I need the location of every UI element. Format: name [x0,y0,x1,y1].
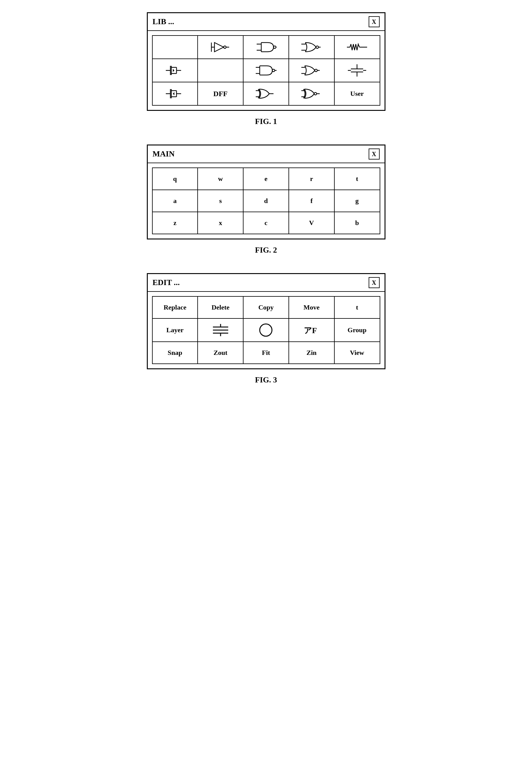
figure-2-section: MAIN X q w e r t a s d f g [6,144,526,255]
lib-cell-nand2[interactable] [243,59,289,82]
lib-panel-title: LIB ... [153,17,174,26]
edit-cell-view[interactable]: View [334,342,380,364]
lib-row-3: DFF [152,82,380,105]
edit-cell-zout[interactable]: Zout [198,342,243,364]
main-panel: MAIN X q w e r t a s d f g [147,144,385,240]
lib-cell-pmos[interactable] [152,82,198,105]
edit-grid: Replace Delete Copy Move t Layer [152,296,380,364]
edit-panel-content: Replace Delete Copy Move t Layer [148,292,385,368]
main-cell-w[interactable]: w [198,168,243,190]
edit-panel-title-row: EDIT ... X [148,274,385,292]
edit-cell-replace[interactable]: Replace [152,296,198,319]
edit-panel: EDIT ... X Replace Delete Copy Move t La… [147,273,385,369]
figure-1-section: LIB ... X [6,12,526,126]
edit-cell-layer-sym[interactable] [198,319,243,342]
fig2-caption: FIG. 2 [255,246,277,255]
main-row-2: a s d f g [152,190,380,212]
lib-panel: LIB ... X [147,12,385,111]
edit-cell-delete[interactable]: Delete [198,296,243,319]
lib-cell-user[interactable]: User [334,82,380,105]
lib-cell-xnor[interactable] [289,82,334,105]
edit-cell-group[interactable]: Group [334,319,380,342]
lib-cell-buffer[interactable] [198,35,243,59]
main-cell-r[interactable]: r [289,168,334,190]
edit-row-3: Snap Zout Fit Zin View [152,342,380,364]
edit-cell-circle-sym[interactable] [243,319,289,342]
edit-cell-layer[interactable]: Layer [152,319,198,342]
lib-row-2 [152,59,380,82]
svg-point-3 [224,46,226,48]
edit-close-button[interactable]: X [369,277,380,288]
edit-cell-move[interactable]: Move [289,296,334,319]
main-cell-z[interactable]: z [152,212,198,234]
fig1-caption: FIG. 1 [255,117,277,126]
main-cell-d[interactable]: d [243,190,289,212]
lib-cell-1-1[interactable] [152,35,198,59]
edit-row-1: Replace Delete Copy Move t [152,296,380,319]
main-cell-g[interactable]: g [334,190,380,212]
main-panel-title: MAIN [153,149,175,158]
main-cell-f[interactable]: f [289,190,334,212]
svg-point-31 [272,69,275,72]
lib-close-button[interactable]: X [369,16,380,27]
lib-cell-resistor[interactable] [334,35,380,59]
fig3-caption: FIG. 3 [255,375,277,385]
main-panel-content: q w e r t a s d f g z x c V [148,163,385,239]
main-cell-x[interactable]: x [198,212,243,234]
edit-cell-copy[interactable]: Copy [243,296,289,319]
lib-grid: DFF [152,35,380,106]
svg-point-14 [316,46,318,48]
edit-cell-snap[interactable]: Snap [152,342,198,364]
main-cell-s[interactable]: s [198,190,243,212]
svg-text:アF: アF [304,326,317,335]
lib-panel-title-row: LIB ... X [148,13,385,31]
main-cell-e[interactable]: e [243,168,289,190]
svg-point-35 [315,69,317,72]
edit-cell-fit[interactable]: Fit [243,342,289,364]
edit-row-2: Layer [152,319,380,342]
lib-cell-capacitor[interactable] [334,59,380,82]
lib-cell-xor[interactable] [243,82,289,105]
main-cell-c[interactable]: c [243,212,289,234]
edit-cell-zin[interactable]: Zin [289,342,334,364]
edit-cell-flip-sym[interactable]: アF [289,319,334,342]
lib-cell-2-2-empty[interactable] [198,59,243,82]
edit-panel-title: EDIT ... [153,278,180,287]
svg-marker-50 [173,92,174,95]
main-cell-q[interactable]: q [152,168,198,190]
main-panel-title-row: MAIN X [148,145,385,163]
svg-point-56 [314,92,317,95]
main-grid: q w e r t a s d f g z x c V [152,167,380,234]
main-cell-t[interactable]: t [334,168,380,190]
main-cell-v[interactable]: V [289,212,334,234]
svg-point-63 [260,324,272,336]
main-cell-a[interactable]: a [152,190,198,212]
svg-point-10 [273,46,276,48]
main-row-3: z x c V b [152,212,380,234]
lib-cell-nor2[interactable] [289,59,334,82]
edit-cell-t[interactable]: t [334,296,380,319]
figure-3-section: EDIT ... X Replace Delete Copy Move t La… [6,273,526,385]
main-cell-b[interactable]: b [334,212,380,234]
svg-marker-2 [214,43,224,52]
lib-cell-nmos[interactable] [152,59,198,82]
lib-cell-and2[interactable] [243,35,289,59]
lib-cell-or2[interactable] [289,35,334,59]
svg-marker-25 [173,69,174,72]
lib-panel-content: DFF [148,31,385,110]
main-row-1: q w e r t [152,168,380,190]
lib-cell-dff[interactable]: DFF [198,82,243,105]
lib-row-1 [152,35,380,59]
main-close-button[interactable]: X [369,148,380,159]
